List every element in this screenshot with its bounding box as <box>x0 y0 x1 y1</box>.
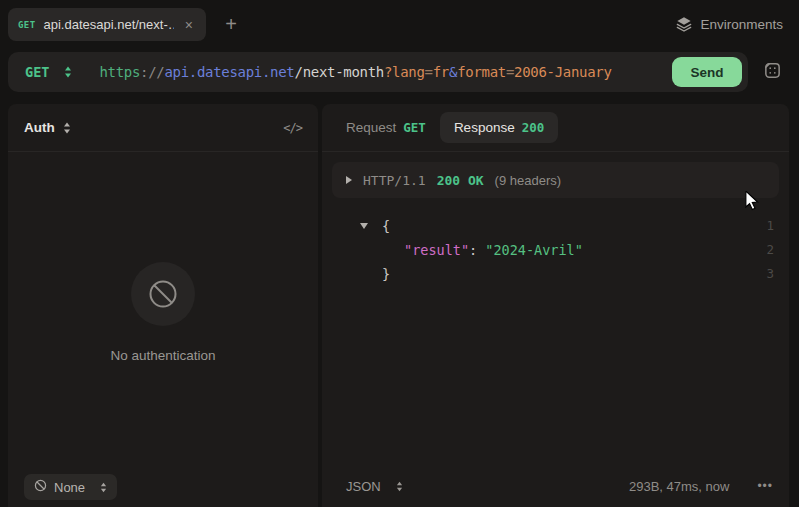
json-line: "result": "2024-Avril" 2 <box>322 238 789 262</box>
status-code: 200 OK <box>437 173 484 188</box>
json-close-brace: } <box>382 266 390 282</box>
line-number: 2 <box>766 238 774 262</box>
grid-panel-icon <box>763 61 782 84</box>
url-bar: GET https://api.datesapi.net/next-month?… <box>8 52 748 92</box>
chevron-updown-icon[interactable] <box>63 122 71 134</box>
line-number: 3 <box>766 262 774 286</box>
environments-button[interactable]: Environments <box>676 12 783 36</box>
url-equals1: = <box>425 64 433 80</box>
response-tab-label: Response <box>454 120 515 135</box>
body-format-dropdown[interactable]: JSON <box>346 479 403 494</box>
url-query-key2: format <box>457 64 506 80</box>
expand-icon[interactable] <box>346 176 352 184</box>
url-input[interactable]: https://api.datesapi.net/next-month?lang… <box>99 64 611 80</box>
auth-type-dropdown[interactable]: None <box>24 474 117 500</box>
auth-tab-selector[interactable]: Auth <box>24 120 55 135</box>
tab-response[interactable]: Response 200 <box>440 112 558 143</box>
auth-panel-header: Auth </> <box>8 104 318 152</box>
chevron-updown-icon <box>64 66 72 78</box>
app-window: GET api.datesapi.net/next-… × + Environm… <box>0 0 799 507</box>
chevron-updown-icon <box>100 482 107 493</box>
close-icon[interactable]: × <box>182 16 196 34</box>
send-button[interactable]: Send <box>672 57 742 87</box>
url-query-value1: fr <box>433 64 449 80</box>
layers-icon <box>676 16 692 32</box>
ban-icon <box>34 479 47 495</box>
url-equals2: = <box>506 64 514 80</box>
code-icon[interactable]: </> <box>283 121 302 135</box>
json-open-brace: { <box>382 218 390 234</box>
format-label: JSON <box>346 479 381 494</box>
response-panel-tabs: Request GET Response 200 <box>322 104 789 152</box>
line-number: 1 <box>766 214 774 238</box>
json-colon: : <box>469 242 477 258</box>
response-body-viewer: { 1 "result": "2024-Avril" 2 } 3 <box>322 214 789 286</box>
url-separator: :// <box>140 64 164 80</box>
url-query-key1: ?lang <box>384 64 425 80</box>
request-method-badge: GET <box>403 120 426 135</box>
tab-request[interactable]: Request GET <box>346 120 426 135</box>
new-tab-button[interactable]: + <box>216 9 246 39</box>
json-line: { 1 <box>322 214 789 238</box>
no-authentication-label: No authentication <box>110 348 215 363</box>
environments-label: Environments <box>700 17 783 32</box>
chevron-updown-icon <box>396 481 403 492</box>
tab-method-badge: GET <box>18 20 35 30</box>
layout-toggle-button[interactable] <box>754 58 790 86</box>
url-query-value2: 2006-January <box>514 64 612 80</box>
method-label: GET <box>25 64 49 80</box>
http-protocol: HTTP/1.1 <box>363 173 426 188</box>
auth-panel: Auth </> No authentication None <box>8 104 318 507</box>
response-meta: 293B, 47ms, now <box>629 479 729 494</box>
plus-icon: + <box>225 13 237 36</box>
ban-icon <box>131 262 195 326</box>
json-line: } 3 <box>322 262 789 286</box>
request-tab-chip[interactable]: GET api.datesapi.net/next-… × <box>8 8 206 41</box>
response-footer: JSON 293B, 47ms, now ••• <box>322 465 789 507</box>
collapse-icon[interactable] <box>360 223 368 229</box>
url-host: api.datesapi.net <box>164 64 294 80</box>
auth-type-label: None <box>54 480 85 495</box>
headers-count: (9 headers) <box>495 173 561 188</box>
json-value: "2024-Avril" <box>485 242 583 258</box>
json-key: "result" <box>404 242 469 258</box>
tab-title: api.datesapi.net/next-… <box>43 17 173 32</box>
response-status-badge: 200 <box>522 120 545 135</box>
url-scheme: https <box>99 64 140 80</box>
method-select[interactable]: GET <box>8 64 72 80</box>
url-path: /next-month <box>295 64 384 80</box>
more-menu-icon[interactable]: ••• <box>757 479 773 493</box>
auth-empty-state: No authentication <box>8 262 318 363</box>
request-tab-label: Request <box>346 120 396 135</box>
response-panel: Request GET Response 200 HTTP/1.1 200 OK… <box>322 104 789 507</box>
url-ampersand: & <box>449 64 457 80</box>
response-status-line[interactable]: HTTP/1.1 200 OK (9 headers) <box>332 162 779 198</box>
